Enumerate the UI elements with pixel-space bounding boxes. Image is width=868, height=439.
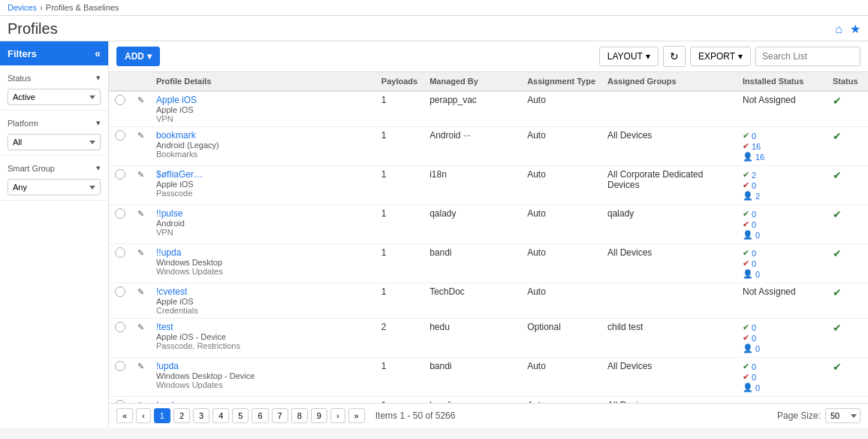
toolbar: ADD ▾ LAYOUT ▾ ↻ EXPORT ▾	[109, 41, 868, 72]
status-filter-select[interactable]: Active Inactive All	[8, 89, 101, 105]
payloads-cell: 1	[375, 127, 423, 166]
edit-icon[interactable]: ✎	[137, 287, 144, 296]
status-cell: ✔	[827, 91, 868, 127]
profile-name[interactable]: !!pulse	[156, 208, 369, 219]
payloads-cell: 1	[375, 91, 423, 127]
edit-icon[interactable]: ✎	[137, 322, 144, 332]
page-header: Profiles ⌂ ★	[0, 16, 868, 41]
platform-filter-label[interactable]: Platform ▾	[8, 115, 101, 131]
installed-status-cell: ✔0 ✔0 👤0	[737, 244, 827, 283]
edit-icon[interactable]: ✎	[137, 170, 144, 179]
profile-name[interactable]: !upda	[156, 361, 369, 371]
status-filter-label[interactable]: Status ▾	[8, 70, 101, 86]
last-page-button[interactable]: »	[348, 408, 365, 423]
payloads-cell: 1	[375, 205, 423, 244]
page-6-button[interactable]: 6	[252, 408, 268, 423]
profile-name[interactable]: Apple iOS	[156, 95, 369, 105]
profile-name[interactable]: !test	[156, 322, 369, 332]
home-icon[interactable]: ⌂	[835, 23, 842, 36]
refresh-button[interactable]: ↻	[663, 46, 686, 67]
profile-platform: Windows Desktop - Device	[156, 371, 369, 380]
page-4-button[interactable]: 4	[212, 408, 229, 423]
edit-icon[interactable]: ✎	[137, 95, 144, 104]
row-radio-cell	[109, 283, 131, 319]
page-7-button[interactable]: 7	[272, 408, 288, 423]
layout-button[interactable]: LAYOUT ▾	[599, 47, 659, 66]
search-input[interactable]	[755, 47, 860, 66]
page-size-section: Page Size: 10 25 50 100 500	[777, 408, 860, 423]
edit-icon[interactable]: ✎	[137, 248, 144, 257]
profile-name[interactable]: bookmark	[156, 130, 369, 141]
page-3-button[interactable]: 3	[193, 408, 209, 423]
breadcrumb-devices[interactable]: Devices	[8, 3, 37, 12]
profile-type: Credentials	[156, 306, 369, 315]
profile-name[interactable]: !!upda	[156, 247, 369, 258]
managed-by-cell: i18n	[423, 166, 521, 205]
green-count-icon: ✔	[743, 248, 749, 258]
row-radio-cell	[109, 205, 131, 244]
status-ok-icon: ✔	[833, 247, 842, 259]
installed-status-text: Not Assigned	[743, 286, 796, 297]
profile-name[interactable]: $øfIiaGer…	[156, 169, 369, 180]
page-5-button[interactable]: 5	[232, 408, 249, 423]
row-radio-button[interactable]	[115, 247, 125, 258]
row-radio-button[interactable]	[115, 95, 125, 105]
assignment-type-cell: Auto	[521, 244, 601, 283]
user-count: 2	[755, 192, 760, 201]
export-arrow-icon: ▾	[738, 51, 743, 62]
installed-status-cell: Not Assigned	[737, 91, 827, 127]
table-row: ✎ !test Apple iOS - Device Passcode, Res…	[109, 319, 868, 358]
page-size-select[interactable]: 10 25 50 100 500	[825, 408, 860, 423]
platform-filter-select[interactable]: All iOS Android Windows	[8, 134, 101, 150]
green-count: 0	[752, 362, 756, 371]
row-radio-cell	[109, 319, 131, 358]
add-button[interactable]: ADD ▾	[116, 47, 160, 66]
prev-page-button[interactable]: ‹	[136, 408, 151, 423]
profile-type: VPN	[156, 114, 369, 123]
row-radio-button[interactable]	[115, 208, 125, 219]
profile-platform: Apple iOS	[156, 297, 369, 306]
smartgroup-filter-select[interactable]: Any	[8, 179, 101, 195]
row-radio-button[interactable]	[115, 322, 125, 332]
page-9-button[interactable]: 9	[311, 408, 327, 423]
installed-status-cell: ✔0 ✔ 👤	[737, 397, 827, 404]
edit-icon[interactable]: ✎	[137, 362, 144, 371]
status-cell: ✔	[827, 358, 868, 397]
row-radio-button[interactable]	[115, 130, 125, 141]
red-count: 0	[752, 259, 756, 268]
pagination-info: Items 1 - 50 of 5266	[375, 410, 456, 421]
profile-type: Bookmarks	[156, 150, 369, 159]
table-row: ✎ !cvetest Apple iOS Credentials 1 TechD…	[109, 283, 868, 319]
user-count: 0	[755, 231, 760, 240]
breadcrumb: Devices › Profiles & Baselines	[8, 3, 119, 12]
row-edit-cell: ✎	[131, 358, 150, 397]
platform-chevron-icon: ▾	[96, 118, 101, 128]
page-2-button[interactable]: 2	[173, 408, 190, 423]
row-radio-button[interactable]	[115, 361, 125, 371]
status-cell: ✔	[827, 319, 868, 358]
smartgroup-filter-label[interactable]: Smart Group ▾	[8, 160, 101, 176]
sidebar-collapse-button[interactable]: «	[95, 47, 101, 59]
row-radio-button[interactable]	[115, 286, 125, 297]
profile-name[interactable]: !cvetest	[156, 286, 369, 297]
page-1-button[interactable]: 1	[154, 408, 170, 423]
next-page-button[interactable]: ›	[330, 408, 345, 423]
profiles-table: Profile Details Payloads Managed By Assi…	[109, 72, 868, 403]
first-page-button[interactable]: «	[116, 408, 133, 423]
export-button[interactable]: EXPORT ▾	[690, 47, 751, 66]
table-row: ✎ !upda Windows Desktop - Device Windows…	[109, 358, 868, 397]
assignment-type-cell: Auto	[521, 397, 601, 404]
col-assigned-groups: Assigned Groups	[601, 72, 737, 91]
installed-status-cell: ✔2 ✔0 👤2	[737, 166, 827, 205]
edit-icon[interactable]: ✎	[137, 131, 144, 140]
row-edit-cell: ✎	[131, 91, 150, 127]
table-header-row: Profile Details Payloads Managed By Assi…	[109, 72, 868, 91]
star-icon[interactable]: ★	[850, 22, 860, 36]
edit-icon[interactable]: ✎	[137, 209, 144, 218]
red-count-icon: ✔	[743, 220, 749, 229]
profile-type: Windows Updates	[156, 267, 369, 276]
red-count: 0	[752, 373, 756, 382]
row-radio-button[interactable]	[115, 169, 125, 180]
assigned-groups-cell	[601, 91, 737, 127]
page-8-button[interactable]: 8	[291, 408, 308, 423]
